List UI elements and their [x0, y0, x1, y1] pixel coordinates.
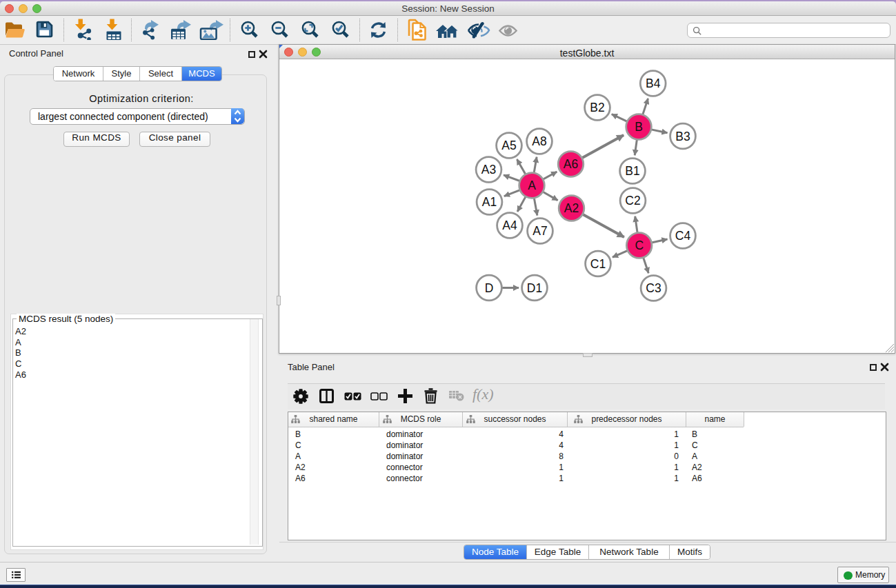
svg-text:D: D: [485, 281, 494, 295]
svg-text:B3: B3: [675, 130, 690, 143]
svg-text:B4: B4: [646, 77, 661, 90]
svg-text:D1: D1: [527, 281, 542, 295]
svg-text:C2: C2: [625, 194, 640, 207]
svg-text:B1: B1: [625, 164, 639, 178]
svg-text:C4: C4: [675, 229, 691, 243]
svg-text:A5: A5: [501, 139, 516, 152]
svg-text:A3: A3: [481, 163, 496, 176]
svg-text:C1: C1: [590, 257, 606, 271]
svg-text:A: A: [528, 179, 536, 192]
svg-text:B: B: [635, 120, 643, 134]
svg-text:A4: A4: [502, 219, 517, 232]
svg-text:B2: B2: [590, 101, 604, 114]
svg-text:C: C: [635, 239, 644, 252]
svg-text:A6: A6: [564, 157, 578, 171]
svg-text:A7: A7: [532, 224, 547, 238]
svg-text:A8: A8: [532, 134, 546, 148]
svg-text:C3: C3: [646, 281, 661, 295]
svg-text:A2: A2: [564, 201, 579, 215]
svg-text:A1: A1: [482, 195, 497, 209]
